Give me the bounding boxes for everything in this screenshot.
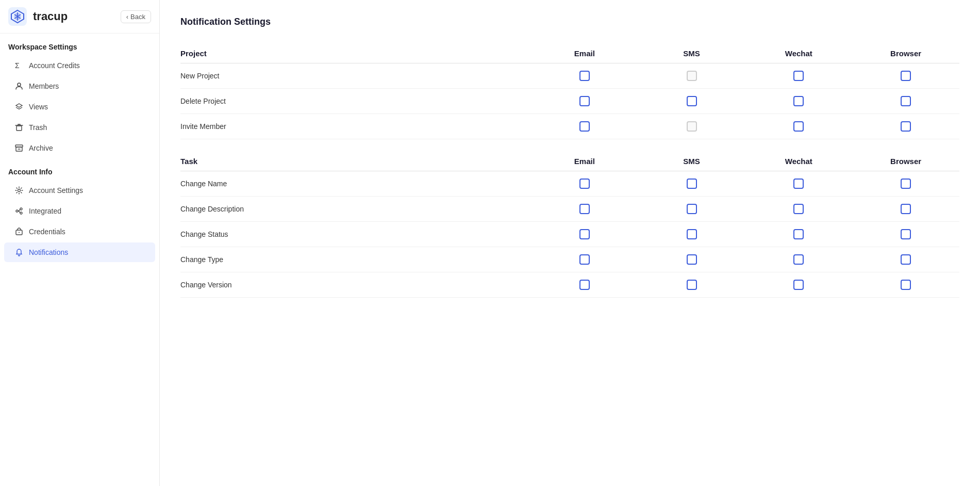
wechat-cell: [745, 222, 852, 247]
delete-project-email-checkbox[interactable]: [579, 96, 590, 106]
row-label: New Project: [180, 63, 531, 89]
change-desc-email-checkbox[interactable]: [579, 204, 590, 214]
row-label: Invite Member: [180, 114, 531, 139]
sidebar-item-label: Account Credits: [29, 61, 80, 70]
sms-cell: [638, 89, 745, 114]
sidebar-item-archive[interactable]: Archive: [4, 138, 155, 158]
sidebar-item-label: Members: [29, 82, 59, 90]
browser-cell: [852, 197, 959, 222]
gear-icon: [14, 186, 24, 195]
row-label: Change Version: [180, 272, 531, 298]
sidebar-item-account-settings[interactable]: Account Settings: [4, 181, 155, 200]
sigma-icon: Σ: [14, 61, 24, 70]
wechat-cell: [745, 171, 852, 197]
svg-point-11: [19, 232, 20, 233]
sidebar-item-notifications[interactable]: Notifications: [4, 242, 155, 262]
project-browser-col: Browser: [852, 44, 959, 63]
sidebar-item-members[interactable]: Members: [4, 76, 155, 96]
sidebar-item-account-credits[interactable]: Σ Account Credits: [4, 56, 155, 75]
invite-member-sms-checkbox[interactable]: [687, 121, 697, 132]
email-cell: [531, 171, 638, 197]
wechat-cell: [745, 114, 852, 139]
change-version-email-checkbox[interactable]: [579, 280, 590, 290]
change-desc-wechat-checkbox[interactable]: [793, 204, 804, 214]
browser-cell: [852, 114, 959, 139]
sidebar-item-label: Archive: [29, 144, 53, 152]
sidebar-item-trash[interactable]: Trash: [4, 118, 155, 137]
delete-project-wechat-checkbox[interactable]: [793, 96, 804, 106]
new-project-email-checkbox[interactable]: [579, 71, 590, 81]
change-version-browser-checkbox[interactable]: [901, 280, 911, 290]
new-project-sms-checkbox[interactable]: [687, 71, 697, 81]
sidebar-item-label: Notifications: [29, 248, 68, 256]
browser-cell: [852, 272, 959, 298]
svg-rect-5: [15, 145, 23, 147]
workspace-section-label: Workspace Settings: [0, 34, 159, 55]
change-status-browser-checkbox[interactable]: [901, 229, 911, 239]
sms-cell: [638, 272, 745, 298]
sidebar-item-views[interactable]: Views: [4, 97, 155, 117]
change-type-sms-checkbox[interactable]: [687, 254, 697, 265]
person-icon: [14, 82, 24, 91]
change-name-sms-checkbox[interactable]: [687, 179, 697, 189]
table-row: Change Description: [180, 197, 959, 222]
invite-member-email-checkbox[interactable]: [579, 121, 590, 132]
project-wechat-col: Wechat: [745, 44, 852, 63]
sms-cell: [638, 114, 745, 139]
change-status-wechat-checkbox[interactable]: [793, 229, 804, 239]
delete-project-sms-checkbox[interactable]: [687, 96, 697, 106]
notification-table: Project Email SMS Wechat Browser New Pro…: [180, 44, 959, 298]
change-version-sms-checkbox[interactable]: [687, 280, 697, 290]
email-cell: [531, 272, 638, 298]
browser-cell: [852, 222, 959, 247]
browser-cell: [852, 89, 959, 114]
back-button[interactable]: ‹ Back: [121, 10, 151, 23]
sidebar-item-label: Integrated: [29, 207, 61, 215]
change-status-sms-checkbox[interactable]: [687, 229, 697, 239]
table-row: New Project: [180, 63, 959, 89]
change-desc-sms-checkbox[interactable]: [687, 204, 697, 214]
change-name-email-checkbox[interactable]: [579, 179, 590, 189]
svg-text:Σ: Σ: [15, 61, 20, 70]
table-row: Change Name: [180, 171, 959, 197]
svg-point-8: [20, 208, 22, 210]
trash-icon: [14, 123, 24, 132]
change-version-wechat-checkbox[interactable]: [793, 280, 804, 290]
row-label: Change Description: [180, 197, 531, 222]
row-label: Change Name: [180, 171, 531, 197]
table-row: Change Status: [180, 222, 959, 247]
new-project-wechat-checkbox[interactable]: [793, 71, 804, 81]
credentials-icon: [14, 227, 24, 236]
row-label: Change Status: [180, 222, 531, 247]
integrated-icon: [14, 206, 24, 216]
wechat-cell: [745, 272, 852, 298]
browser-cell: [852, 247, 959, 272]
change-name-wechat-checkbox[interactable]: [793, 179, 804, 189]
change-desc-browser-checkbox[interactable]: [901, 204, 911, 214]
row-label: Change Type: [180, 247, 531, 272]
sidebar: tracup ‹ Back Workspace Settings Σ Accou…: [0, 0, 160, 486]
sidebar-item-integrated[interactable]: Integrated: [4, 201, 155, 221]
spacer-row: [180, 139, 959, 152]
change-type-browser-checkbox[interactable]: [901, 254, 911, 265]
email-cell: [531, 89, 638, 114]
sidebar-item-credentials[interactable]: Credentials: [4, 222, 155, 241]
change-type-email-checkbox[interactable]: [579, 254, 590, 265]
invite-member-browser-checkbox[interactable]: [901, 121, 911, 132]
wechat-cell: [745, 89, 852, 114]
archive-icon: [14, 143, 24, 153]
change-type-wechat-checkbox[interactable]: [793, 254, 804, 265]
delete-project-browser-checkbox[interactable]: [901, 96, 911, 106]
logo-text: tracup: [33, 10, 68, 23]
back-chevron-icon: ‹: [126, 13, 128, 21]
sms-cell: [638, 63, 745, 89]
email-cell: [531, 247, 638, 272]
task-browser-col: Browser: [852, 152, 959, 171]
change-status-email-checkbox[interactable]: [579, 229, 590, 239]
table-row: Invite Member: [180, 114, 959, 139]
change-name-browser-checkbox[interactable]: [901, 179, 911, 189]
new-project-browser-checkbox[interactable]: [901, 71, 911, 81]
invite-member-wechat-checkbox[interactable]: [793, 121, 804, 132]
project-label: Project: [180, 44, 531, 63]
task-sms-col: SMS: [638, 152, 745, 171]
